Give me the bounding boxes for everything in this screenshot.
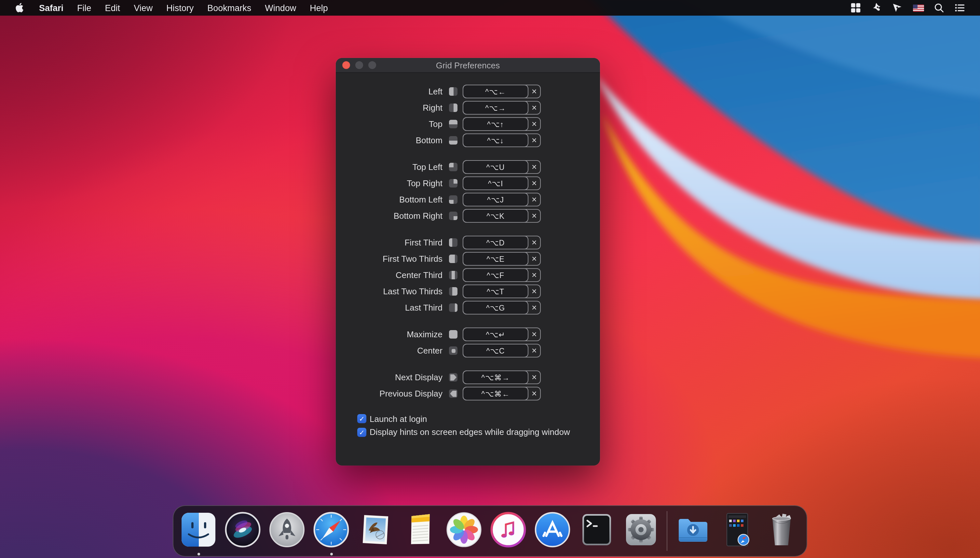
shortcut-row: Next Display^⌥⌘→× (336, 369, 600, 386)
dock-item-system-preferences[interactable] (622, 511, 659, 548)
top-position-icon (449, 120, 458, 128)
checkbox-row[interactable]: ✓Display hints on screen edges while dra… (357, 425, 600, 439)
window-title: Grid Preferences (436, 60, 500, 70)
minimize-button (355, 61, 363, 69)
menu-window[interactable]: Window (265, 3, 296, 13)
shortcut-field[interactable]: ^⌥→ (463, 101, 528, 115)
shortcut-recorder[interactable]: ^⌥→× (463, 101, 541, 115)
menu-file[interactable]: File (77, 3, 92, 13)
shortcut-field[interactable]: ^⌥↑ (463, 117, 528, 131)
clear-shortcut-button[interactable]: × (528, 118, 540, 130)
shortcut-recorder[interactable]: ^⌥I× (463, 176, 541, 190)
avast-icon[interactable] (871, 2, 882, 14)
us-flag-icon[interactable] (912, 2, 924, 14)
checkbox[interactable]: ✓ (357, 428, 366, 437)
right-position-icon (449, 103, 458, 112)
active-app-name[interactable]: Safari (39, 3, 64, 13)
menu-help[interactable]: Help (310, 3, 328, 13)
shortcut-recorder[interactable]: ^⌥↓× (463, 133, 541, 147)
grid-menubar-icon[interactable] (850, 2, 862, 14)
first-third-position-icon (449, 238, 458, 247)
checkbox-row[interactable]: ✓Launch at login (357, 412, 600, 425)
menu-view[interactable]: View (134, 3, 152, 13)
clear-shortcut-button[interactable]: × (528, 85, 540, 98)
shortcut-field[interactable]: ^⌥J (463, 193, 528, 207)
clear-shortcut-button[interactable]: × (528, 177, 540, 189)
cursor-icon[interactable] (892, 2, 903, 14)
shortcut-field[interactable]: ^⌥⌘→ (463, 371, 528, 384)
shortcut-field[interactable]: ^⌥D (463, 236, 528, 249)
shortcut-recorder[interactable]: ^⌥T× (463, 284, 541, 298)
clear-shortcut-button[interactable]: × (528, 328, 540, 341)
dock-item-finder[interactable] (180, 511, 217, 548)
shortcut-field[interactable]: ^⌥C (463, 344, 528, 358)
shortcut-field[interactable]: ^⌥E (463, 252, 528, 266)
clear-shortcut-button[interactable]: × (528, 102, 540, 114)
dock-item-launchpad[interactable] (268, 511, 306, 548)
dock-item-minimized-safari-window[interactable] (719, 511, 756, 548)
clear-shortcut-button[interactable]: × (528, 210, 540, 222)
clear-shortcut-button[interactable]: × (528, 345, 540, 357)
spotlight-search-icon[interactable] (933, 2, 945, 14)
shortcut-text: ^⌥G (486, 303, 505, 312)
clear-shortcut-button[interactable]: × (528, 161, 540, 173)
shortcut-recorder[interactable]: ^⌥G× (463, 301, 541, 315)
shortcut-recorder[interactable]: ^⌥⌘→× (463, 371, 541, 384)
shortcut-row: Last Third^⌥G× (336, 300, 600, 316)
shortcut-field[interactable]: ^⌥↓ (463, 133, 528, 147)
dock-item-terminal[interactable] (578, 511, 615, 548)
shortcut-recorder[interactable]: ^⌥J× (463, 193, 541, 207)
running-indicator-dot (197, 553, 200, 555)
shortcut-recorder[interactable]: ^⌥D× (463, 236, 541, 249)
shortcut-field[interactable]: ^⌥I (463, 176, 528, 190)
shortcut-recorder[interactable]: ^⌥←× (463, 85, 541, 98)
shortcut-text: ^⌥↑ (487, 120, 504, 129)
clear-shortcut-button[interactable]: × (528, 371, 540, 384)
shortcut-row: Maximize^⌥↵× (336, 326, 600, 343)
shortcut-field[interactable]: ^⌥T (463, 284, 528, 298)
shortcut-recorder[interactable]: ^⌥E× (463, 252, 541, 266)
menu-history[interactable]: History (166, 3, 194, 13)
dock-item-downloads-folder[interactable] (674, 511, 712, 548)
close-button[interactable] (342, 61, 350, 69)
shortcut-recorder[interactable]: ^⌥U× (463, 160, 541, 174)
shortcut-field[interactable]: ^⌥↵ (463, 328, 528, 341)
dock-item-trash[interactable] (763, 511, 800, 548)
shortcut-recorder[interactable]: ^⌥K× (463, 209, 541, 223)
menu-edit[interactable]: Edit (105, 3, 120, 13)
shortcut-recorder[interactable]: ^⌥↑× (463, 117, 541, 131)
clear-shortcut-button[interactable]: × (528, 285, 540, 297)
shortcut-field[interactable]: ^⌥U (463, 160, 528, 174)
menu-bookmarks[interactable]: Bookmarks (207, 3, 251, 13)
shortcut-text: ^⌥E (486, 254, 505, 263)
shortcut-recorder[interactable]: ^⌥⌘←× (463, 387, 541, 400)
shortcut-field[interactable]: ^⌥← (463, 85, 528, 98)
clear-shortcut-button[interactable]: × (528, 387, 540, 400)
clear-shortcut-button[interactable]: × (528, 269, 540, 281)
shortcut-text: ^⌥⌘→ (481, 373, 509, 382)
dock-item-notes[interactable] (401, 511, 438, 548)
dock-item-photos[interactable] (445, 511, 483, 548)
shortcut-field[interactable]: ^⌥G (463, 301, 528, 315)
shortcut-field[interactable]: ^⌥⌘← (463, 387, 528, 400)
menu-list-icon[interactable] (954, 2, 966, 14)
shortcut-recorder[interactable]: ^⌥F× (463, 268, 541, 282)
dock-item-app-store[interactable] (534, 511, 571, 548)
apple-logo-icon[interactable] (14, 2, 25, 14)
clear-shortcut-button[interactable]: × (528, 194, 540, 206)
shortcut-recorder[interactable]: ^⌥C× (463, 344, 541, 358)
clear-shortcut-button[interactable]: × (528, 134, 540, 146)
clear-shortcut-button[interactable]: × (528, 302, 540, 314)
clear-shortcut-button[interactable]: × (528, 253, 540, 265)
shortcut-recorder[interactable]: ^⌥↵× (463, 328, 541, 341)
dock-item-music[interactable] (490, 511, 527, 548)
bottom-position-icon (449, 136, 458, 144)
shortcut-field[interactable]: ^⌥K (463, 209, 528, 223)
dock-item-safari[interactable] (312, 511, 350, 548)
clear-shortcut-button[interactable]: × (528, 236, 540, 249)
dock-item-siri[interactable] (224, 511, 261, 548)
shortcut-field[interactable]: ^⌥F (463, 268, 528, 282)
window-title-bar[interactable]: Grid Preferences (336, 58, 600, 73)
checkbox[interactable]: ✓ (357, 414, 366, 423)
dock-item-mail[interactable] (357, 511, 394, 548)
